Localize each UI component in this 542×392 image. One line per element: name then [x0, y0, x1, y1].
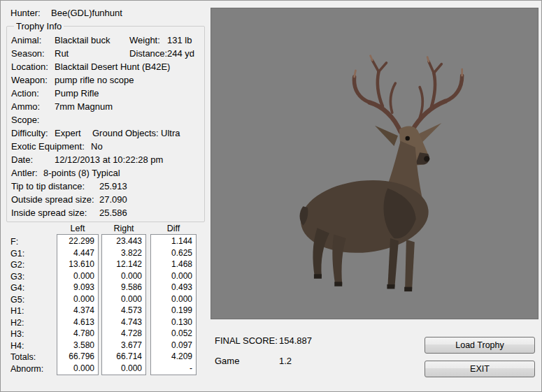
measure-right-value: 4.743 [102, 317, 145, 328]
deer-nose [424, 156, 429, 161]
measure-right-value: 12.142 [102, 259, 145, 270]
deer-eye [405, 136, 409, 140]
season-value: Rut [55, 48, 129, 59]
deer-front-leg-front [405, 240, 415, 290]
measure-diff-value: 0.052 [151, 328, 196, 340]
deer-ear-left [375, 126, 398, 146]
measure-right-value: 0.000 [102, 363, 145, 375]
measure-diff-value: 0.000 [151, 270, 196, 282]
action-label: Action: [11, 88, 55, 99]
right-listbox[interactable]: 23.4433.82212.1420.0009.5860.0004.5734.7… [101, 234, 146, 375]
score-area: FINAL SCORE: 154.887 Game 1.2 [215, 333, 312, 368]
date-row: Date: 12/12/2013 at 10:22:28 pm [11, 153, 204, 166]
season-row: Season: Rut Distance: 244 yd [11, 47, 204, 60]
measure-right-value: 3.677 [102, 340, 145, 351]
outside-spread-row: Outside spread size: 27.090 [11, 193, 204, 206]
right-column-header: Right [101, 224, 146, 233]
date-value: 12/12/2013 at 10:22:28 pm [55, 154, 163, 165]
measure-diff-value: 1.144 [151, 235, 196, 247]
measure-left-value: 4.374 [57, 305, 98, 317]
deer-hoof [387, 284, 394, 289]
tip-to-tip-row: Tip to tip distance: 25.913 [11, 180, 204, 193]
measure-labels-column: F:G1:G2:G3:G4:G5:H1:H2:H3:H4:Totals:Abno… [6, 234, 57, 375]
trophy-info-groupbox: Trophy Info Animal: Blacktail buck Weigh… [6, 21, 205, 222]
diff-listbox[interactable]: 1.1440.6251.4680.0000.4930.0000.1990.130… [150, 234, 197, 375]
deer-antlers [354, 60, 462, 132]
trophy-panel: Hunter: Bee(GDL)funhunt Trophy Info Anim… [6, 1, 208, 392]
tip-to-tip-value: 25.913 [99, 181, 127, 191]
measure-row-label: F: [10, 236, 57, 248]
measure-right-value: 0.000 [102, 270, 145, 282]
measure-left-value: 9.093 [57, 282, 98, 293]
ground-objects-value: Ultra [161, 128, 180, 138]
measure-right-value: 3.822 [102, 247, 145, 259]
inside-spread-label: Inside spread size: [11, 208, 99, 218]
measure-row-label: H2: [10, 317, 57, 329]
left-listbox[interactable]: 22.2994.44713.6100.0009.0930.0004.3744.6… [57, 234, 99, 375]
deer-render [275, 34, 506, 304]
deer-antler-tips [354, 56, 462, 77]
exotic-label: Exotic Equipment: [11, 141, 91, 152]
season-label: Season: [11, 48, 55, 59]
location-label: Location: [11, 61, 55, 72]
antler-row: Antler: 8-points (8) Typical [11, 166, 204, 180]
measure-left-value: 66.796 [57, 351, 98, 363]
deer-hoof [334, 282, 342, 286]
measure-row-label: Abnorm: [10, 363, 57, 375]
deer-hoof [313, 274, 321, 278]
measure-diff-value: 0.493 [151, 282, 196, 293]
exit-button[interactable]: EXIT [425, 361, 535, 377]
exotic-row: Exotic Equipment: No [11, 140, 204, 153]
weapon-value: pump rifle no scope [55, 75, 134, 85]
measure-diff-value: 4.209 [151, 351, 196, 363]
hunter-row: Hunter: Bee(GDL)funhunt [6, 1, 208, 21]
difficulty-row: Difficulty: Expert Ground Objects: Ultra [11, 126, 204, 140]
scope-label: Scope: [11, 115, 55, 125]
button-stack: Load Trophy EXIT [425, 337, 535, 377]
location-row: Location: Blacktail Desert Hunt (B42E) [11, 60, 204, 73]
weapon-label: Weapon: [11, 75, 55, 85]
measure-row-label: G5: [10, 294, 57, 306]
measure-headers: Left Right Diff [6, 224, 208, 233]
measure-left-value: 13.610 [57, 259, 98, 270]
exotic-value: No [91, 141, 103, 152]
measure-left-value: 0.000 [57, 293, 98, 305]
load-trophy-button[interactable]: Load Trophy [425, 337, 535, 354]
measure-row-label: G2: [10, 259, 57, 271]
difficulty-label: Difficulty: [11, 128, 55, 138]
measure-diff-value: 0.097 [151, 340, 196, 351]
measure-row-label: G1: [10, 248, 57, 260]
measure-left-value: 4.447 [57, 247, 98, 259]
measure-body: F:G1:G2:G3:G4:G5:H1:H2:H3:H4:Totals:Abno… [6, 234, 208, 375]
ammo-value: 7mm Magnum [55, 101, 113, 112]
outside-spread-label: Outside spread size: [11, 194, 99, 205]
scope-row: Scope: [11, 113, 204, 126]
measurements-section: Left Right Diff F:G1:G2:G3:G4:G5:H1:H2:H… [6, 224, 208, 375]
left-column-header: Left [57, 224, 99, 233]
distance-label: Distance: [129, 48, 167, 59]
measure-right-value: 23.443 [102, 235, 145, 247]
measure-row-label: H3: [10, 328, 57, 340]
trophy-window: Hunter: Bee(GDL)funhunt Trophy Info Anim… [0, 0, 542, 392]
weapon-row: Weapon: pump rifle no scope [11, 73, 204, 87]
date-label: Date: [11, 154, 55, 165]
final-score-value: 154.887 [279, 335, 312, 346]
animal-label: Animal: [11, 35, 55, 45]
inside-spread-value: 25.586 [99, 208, 127, 218]
measure-left-value: 3.580 [57, 340, 98, 351]
action-value: Pump Rifle [55, 88, 99, 99]
measure-left-value: 22.299 [57, 235, 98, 247]
measure-diff-value: 0.000 [151, 293, 196, 305]
measure-row-label: H1: [10, 305, 57, 317]
deer-hind-leg-front [332, 235, 345, 285]
measure-right-value: 4.728 [102, 328, 145, 340]
measure-left-value: 0.000 [57, 363, 98, 375]
measure-diff-value: 0.199 [151, 305, 196, 317]
inside-spread-row: Inside spread size: 25.586 [11, 206, 204, 219]
final-score-row: FINAL SCORE: 154.887 [215, 333, 312, 347]
distance-value: 244 yd [167, 48, 194, 59]
animal-value: Blacktail buck [55, 35, 129, 45]
game-version-row: Game 1.2 [215, 354, 312, 368]
location-value: Blacktail Desert Hunt (B42E) [55, 61, 170, 72]
final-score-label: FINAL SCORE: [215, 335, 279, 346]
